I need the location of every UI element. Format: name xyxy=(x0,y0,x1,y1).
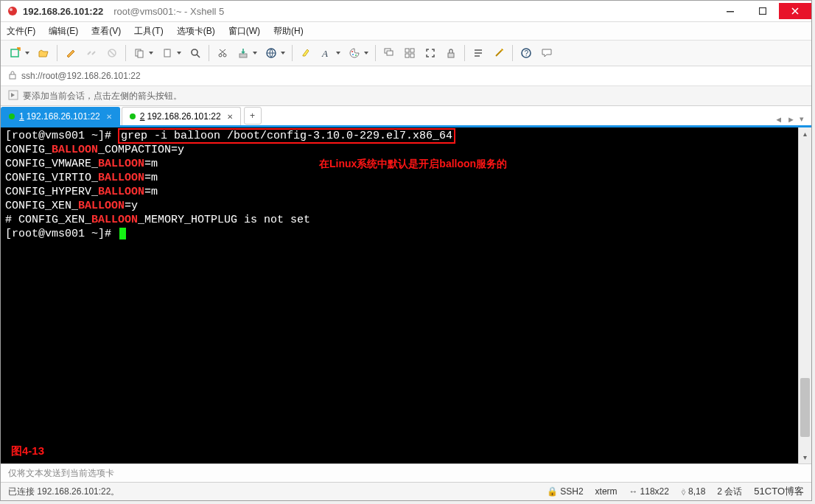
tab-close-icon[interactable]: ✕ xyxy=(227,113,233,121)
svg-rect-7 xyxy=(138,51,143,57)
help-button[interactable]: ? xyxy=(517,44,535,62)
scroll-down-icon[interactable]: ▾ xyxy=(799,451,811,463)
svg-rect-8 xyxy=(164,49,170,57)
maximize-button[interactable] xyxy=(746,3,779,19)
address-bar[interactable]: ssh://root@192.168.26.101:22 xyxy=(1,66,811,86)
minimize-button[interactable] xyxy=(714,3,746,19)
lock-icon xyxy=(8,71,17,82)
tab-number: 2 xyxy=(140,111,145,122)
svg-rect-3 xyxy=(760,8,766,15)
status-size: ↔118x22 xyxy=(629,486,669,497)
svg-point-10 xyxy=(192,49,197,55)
address-text: ssh://root@192.168.26.101:22 xyxy=(21,71,141,81)
title-bar: 192.168.26.101:22 root@vms001:~ - Xshell… xyxy=(1,1,811,22)
tile-button[interactable] xyxy=(401,44,419,62)
svg-rect-4 xyxy=(11,49,18,57)
arrow-icon[interactable] xyxy=(8,90,18,102)
status-connected: 已连接 192.168.26.101:22。 xyxy=(8,486,119,498)
wand-button[interactable] xyxy=(490,44,508,62)
scissors-button[interactable] xyxy=(214,44,231,62)
menu-tabs[interactable]: 选项卡(B) xyxy=(177,25,215,38)
svg-rect-2 xyxy=(727,11,734,13)
status-pos: ⎀8,18 xyxy=(681,486,705,497)
tab-inactive[interactable]: 2 192.168.26.101:22 ✕ xyxy=(122,107,241,125)
size-icon: ↔ xyxy=(629,486,638,497)
menu-help[interactable]: 帮助(H) xyxy=(273,25,304,38)
menu-view[interactable]: 查看(V) xyxy=(91,25,121,38)
tab-label: 192.168.26.101:22 xyxy=(147,111,220,122)
svg-point-12 xyxy=(223,54,226,57)
status-protocol: 🔒SSH2 xyxy=(547,486,583,497)
tab-close-icon[interactable]: ✕ xyxy=(106,113,112,121)
status-bar: 已连接 192.168.26.101:22。 🔒SSH2 xterm ↔118x… xyxy=(1,482,811,500)
info-text: 要添加当前会话，点击左侧的箭头按钮。 xyxy=(23,90,182,102)
svg-text:?: ? xyxy=(525,49,529,57)
svg-rect-21 xyxy=(405,49,409,52)
svg-point-17 xyxy=(352,54,354,55)
lock-button[interactable] xyxy=(442,44,460,62)
highlight-button[interactable] xyxy=(297,44,315,62)
tab-menu-icon[interactable]: ▾ xyxy=(798,114,805,124)
status-sessions: 2 会话 xyxy=(717,486,742,498)
open-session-button[interactable] xyxy=(35,44,52,62)
menu-edit[interactable]: 编辑(E) xyxy=(49,25,78,38)
lock-small-icon: 🔒 xyxy=(547,486,558,497)
tab-nav: ◄ ► ▾ xyxy=(773,114,805,124)
tab-active[interactable]: 1 192.168.26.101:22 ✕ xyxy=(1,107,120,125)
scroll-thumb[interactable] xyxy=(800,378,810,437)
svg-point-0 xyxy=(8,7,17,15)
svg-point-18 xyxy=(355,55,357,56)
info-bar: 要添加当前会话，点击左侧的箭头按钮。 xyxy=(1,86,811,106)
menu-tools[interactable]: 工具(T) xyxy=(134,25,163,38)
menu-file[interactable]: 文件(F) xyxy=(7,25,35,38)
new-session-button[interactable] xyxy=(7,44,32,62)
close-button[interactable] xyxy=(779,3,811,19)
send-input[interactable]: 仅将文本发送到当前选项卡 xyxy=(1,463,811,482)
transfer-button[interactable] xyxy=(234,44,259,62)
svg-rect-13 xyxy=(239,54,247,57)
svg-rect-28 xyxy=(10,74,15,79)
send-placeholder: 仅将文本发送到当前选项卡 xyxy=(8,467,114,480)
font-button[interactable]: A xyxy=(318,44,343,62)
status-emulation: xterm xyxy=(595,486,618,497)
copy-button[interactable] xyxy=(130,44,155,62)
globe-button[interactable] xyxy=(262,44,287,62)
toolbar: A ? xyxy=(1,41,811,66)
tab-number: 1 xyxy=(19,111,24,122)
svg-rect-23 xyxy=(405,54,409,57)
tab-add-button[interactable]: + xyxy=(244,107,262,125)
menu-window[interactable]: 窗口(W) xyxy=(228,25,260,38)
fullscreen-button[interactable] xyxy=(422,44,439,62)
edit-properties-button[interactable] xyxy=(62,44,80,62)
app-icon xyxy=(7,5,18,17)
palette-button[interactable] xyxy=(346,44,371,62)
tab-bar: 1 192.168.26.101:22 ✕ 2 192.168.26.101:2… xyxy=(1,106,811,127)
scrollbar[interactable]: ▴ ▾ xyxy=(798,127,811,463)
disconnect-button[interactable] xyxy=(103,44,121,62)
chat-button[interactable] xyxy=(538,44,556,62)
search-button[interactable] xyxy=(186,44,204,62)
status-dot-icon xyxy=(9,113,15,119)
tab-next-icon[interactable]: ► xyxy=(786,115,797,124)
scroll-up-icon[interactable]: ▴ xyxy=(799,127,811,140)
svg-point-11 xyxy=(219,54,222,57)
svg-text:A: A xyxy=(321,48,328,59)
svg-point-16 xyxy=(351,51,353,52)
svg-rect-24 xyxy=(410,54,414,57)
cascade-button[interactable] xyxy=(380,44,398,62)
tab-prev-icon[interactable]: ◄ xyxy=(773,115,784,124)
menu-bar: 文件(F) 编辑(E) 查看(V) 工具(T) 选项卡(B) 窗口(W) 帮助(… xyxy=(1,22,811,41)
svg-rect-22 xyxy=(410,49,414,52)
watermark: 51CTO博客 xyxy=(754,485,804,498)
svg-rect-20 xyxy=(387,51,393,55)
title-host: 192.168.26.101:22 xyxy=(23,6,103,17)
reconnect-button[interactable] xyxy=(83,44,100,62)
paste-button[interactable] xyxy=(158,44,183,62)
terminal[interactable]: [root@vms001 ~]# grep -i balloon /boot/c… xyxy=(1,127,798,463)
svg-rect-9 xyxy=(166,49,169,50)
svg-rect-25 xyxy=(448,53,454,57)
pos-icon: ⎀ xyxy=(681,486,686,497)
align-button[interactable] xyxy=(469,44,487,62)
status-dot-icon xyxy=(130,113,136,119)
title-session: root@vms001:~ - Xshell 5 xyxy=(113,6,224,17)
